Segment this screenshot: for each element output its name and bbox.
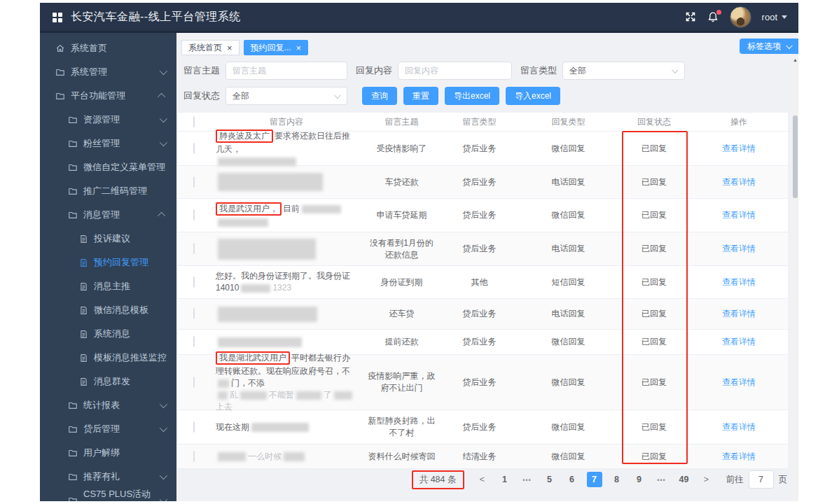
message-type-cell: 贷后业务 [441, 336, 518, 348]
row-checkbox[interactable] [193, 451, 195, 462]
chevron-down-icon [160, 424, 167, 432]
message-type-select[interactable]: 全部 [562, 62, 685, 80]
view-details-link[interactable]: 查看详情 [722, 422, 756, 432]
row-checkbox[interactable] [193, 336, 195, 347]
page-button-1[interactable]: 1 [497, 472, 513, 487]
sidebar-item-系统管理[interactable]: 系统管理 [40, 60, 176, 84]
tag-options-button[interactable]: 标签选项 [740, 38, 798, 54]
select-all-checkbox[interactable] [193, 116, 195, 127]
row-checkbox[interactable] [193, 308, 195, 319]
message-content-cell [210, 238, 363, 260]
reply-type-cell: 微信回复 [518, 336, 618, 348]
content-text: 现在这期 [216, 422, 249, 432]
reply-type-cell: 电话回复 [518, 243, 618, 255]
tab-close-icon[interactable]: × [296, 43, 302, 52]
view-details-link[interactable]: 查看详情 [722, 337, 756, 346]
reply-status-select[interactable]: 全部 [226, 87, 347, 105]
export-excel-button[interactable]: 导出excel [445, 87, 499, 105]
view-details-link[interactable]: 查看详情 [722, 277, 756, 287]
row-checkbox[interactable] [193, 377, 195, 388]
page-button-8[interactable]: 8 [609, 472, 625, 487]
row-checkbox[interactable] [193, 421, 195, 433]
sidebar-item-推广二维码管理[interactable]: 推广二维码管理 [40, 179, 176, 203]
content-text-faint: 乱 [230, 390, 238, 400]
next-page-button[interactable]: > [699, 472, 714, 487]
row-checkbox[interactable] [193, 143, 195, 154]
header-checkbox-cell [177, 116, 210, 128]
sidebar-item-粉丝管理[interactable]: 粉丝管理 [40, 132, 176, 155]
tab-预约回复...[interactable]: 预约回复...× [244, 40, 309, 55]
annotation-red-box: 我是武汉用户， [216, 202, 282, 216]
view-details-link[interactable]: 查看详情 [722, 309, 756, 318]
scrollbar-up-arrow[interactable]: ▲ [792, 57, 798, 63]
sidebar-item-系统消息[interactable]: 系统消息 [40, 322, 176, 346]
main-content: 系统首页×预约回复...× 标签选项 留言主题留言主题回复内容回复内容留言类型全… [176, 33, 798, 501]
sidebar-item-微信消息模板[interactable]: 微信消息模板 [40, 298, 176, 322]
row-checkbox[interactable] [193, 176, 195, 188]
page-ellipsis[interactable]: ⋯ [520, 472, 535, 487]
message-subject-cell: 新型肺炎封路，出不了村 [363, 415, 441, 439]
sidebar-item-预约回复管理[interactable]: 预约回复管理 [40, 251, 176, 274]
tab-系统首页[interactable]: 系统首页× [181, 40, 240, 55]
prev-page-button[interactable]: < [475, 472, 490, 487]
fullscreen-icon[interactable] [685, 11, 697, 23]
page-button-7[interactable]: 7 [587, 472, 602, 487]
sidebar-item-微信自定义菜单管理[interactable]: 微信自定义菜单管理 [40, 155, 176, 179]
reply-type-cell: 微信回复 [518, 377, 618, 388]
page-unit-label: 页 [779, 474, 788, 486]
row-checkbox[interactable] [193, 243, 195, 254]
message-type-cell: 贷后业务 [441, 209, 518, 221]
tab-close-icon[interactable]: × [227, 43, 233, 52]
row-checkbox[interactable] [193, 209, 195, 220]
sidebar-item-消息主推[interactable]: 消息主推 [40, 274, 176, 298]
sidebar-item-系统首页[interactable]: 系统首页 [40, 36, 176, 60]
sidebar-item-贷后管理[interactable]: 贷后管理 [40, 417, 176, 441]
page-button-6[interactable]: 6 [564, 472, 580, 487]
page-ellipsis[interactable]: ⋯ [654, 472, 670, 487]
chevron-up-icon [158, 93, 165, 101]
collapse-menu-icon[interactable] [53, 13, 62, 22]
sidebar-item-投诉建议[interactable]: 投诉建议 [40, 227, 176, 251]
folder-icon [68, 496, 78, 501]
search-button[interactable]: 查询 [362, 87, 397, 105]
import-excel-button[interactable]: 导入excel [506, 87, 560, 105]
sidebar-item-label: 微信自定义菜单管理 [83, 161, 165, 174]
message-subject-cell: 还车贷 [363, 308, 441, 320]
message-subject-cell: 没有看到1月份的还款信息 [363, 237, 441, 261]
goto-page-input[interactable]: 7 [749, 470, 774, 489]
table-row: 一么时候资料什么时候寄回结清业务微信回复已回复查看详情 [177, 444, 788, 469]
reply-content-input[interactable]: 回复内容 [398, 62, 512, 80]
message-type-cell: 结清业务 [441, 451, 518, 463]
view-details-link[interactable]: 查看详情 [722, 451, 756, 461]
sidebar-item-资源管理[interactable]: 资源管理 [40, 108, 176, 132]
sidebar-item-模板消息推送监控[interactable]: 模板消息推送监控 [40, 346, 176, 370]
user-avatar[interactable] [730, 6, 751, 28]
content-text-faint: 上去 [216, 402, 233, 412]
sidebar-item-统计报表[interactable]: 统计报表 [40, 393, 176, 417]
page-button-5[interactable]: 5 [542, 472, 557, 487]
view-details-link[interactable]: 查看详情 [722, 377, 756, 387]
sidebar-item-消息管理[interactable]: 消息管理 [40, 203, 176, 227]
view-details-link[interactable]: 查看详情 [722, 210, 756, 220]
reply-status-cell: 已回复 [618, 209, 690, 221]
view-details-link[interactable]: 查看详情 [722, 244, 756, 253]
sidebar-item-用户解绑[interactable]: 用户解绑 [40, 441, 176, 465]
sidebar-item-平台功能管理[interactable]: 平台功能管理 [40, 84, 176, 108]
reply-status-cell: 已回复 [618, 243, 690, 255]
sidebar-item-CS75 PLUS活动统计[interactable]: CS75 PLUS活动统计 [40, 489, 176, 501]
reset-button[interactable]: 重置 [403, 87, 438, 105]
page-button-9[interactable]: 9 [632, 472, 647, 487]
view-details-link[interactable]: 查看详情 [722, 144, 756, 153]
column-header-操作: 操作 [690, 116, 788, 128]
row-checkbox[interactable] [193, 276, 195, 288]
folder-icon [68, 139, 78, 148]
notification-bell-icon[interactable] [707, 11, 719, 23]
page-button-49[interactable]: 49 [677, 472, 692, 487]
home-icon [55, 43, 65, 53]
message-subject-input[interactable]: 留言主题 [226, 62, 347, 80]
sidebar-item-消息群发[interactable]: 消息群发 [40, 370, 176, 393]
scrollbar-thumb[interactable] [793, 115, 798, 198]
view-details-link[interactable]: 查看详情 [722, 177, 756, 187]
user-menu[interactable]: root [762, 12, 787, 22]
sidebar-item-推荐有礼[interactable]: 推荐有礼 [40, 465, 176, 489]
